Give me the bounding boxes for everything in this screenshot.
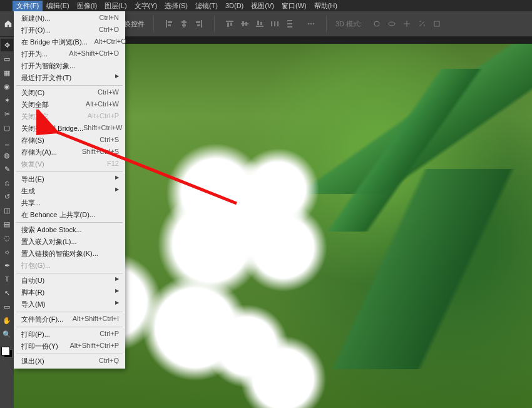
- tool-clone[interactable]: ⎌: [1, 176, 13, 189]
- distribute-v-icon[interactable]: [284, 18, 296, 30]
- tool-lasso[interactable]: ◉: [1, 80, 13, 93]
- file-menu-item-27[interactable]: 导入(M): [14, 298, 125, 310]
- file-menu-item-29[interactable]: 文件简介(F)...Alt+Shift+Ctrl+I: [14, 314, 125, 325]
- file-menu-item-21[interactable]: 置入嵌入对象(L)...: [14, 236, 125, 248]
- tool-artboard[interactable]: ▭: [1, 53, 13, 65]
- tool-history-brush[interactable]: ↺: [1, 190, 13, 203]
- tool-rectangle[interactable]: ▭: [1, 300, 13, 313]
- file-menu-item-11[interactable]: 存储(S)Ctrl+S: [14, 135, 125, 146]
- svg-rect-11: [230, 23, 232, 26]
- svg-rect-15: [256, 26, 263, 27]
- file-menu-item-22[interactable]: 置入链接的智能对象(K)...: [14, 248, 125, 260]
- menu-item-label: 最近打开文件(T): [21, 73, 71, 83]
- file-menu-item-15[interactable]: 导出(E): [14, 173, 125, 185]
- tool-hand[interactable]: ✋: [1, 314, 13, 327]
- menu-10[interactable]: 帮助(H): [310, 1, 341, 11]
- tool-frame[interactable]: ▢: [1, 121, 13, 134]
- tool-brush[interactable]: ✎: [1, 163, 13, 175]
- slide-icon[interactable]: [416, 18, 428, 30]
- file-menu-item-25[interactable]: 自动(U): [14, 275, 125, 287]
- menu-2[interactable]: 图像(I): [73, 1, 101, 11]
- menu-9[interactable]: 窗口(W): [278, 1, 310, 11]
- file-menu-item-32[interactable]: 打印一份(Y)Alt+Shift+Ctrl+P: [14, 340, 125, 352]
- file-menu-item-3[interactable]: 打开为...Alt+Shift+Ctrl+O: [14, 48, 125, 60]
- file-menu-item-0[interactable]: 新建(N)...Ctrl+N: [14, 13, 125, 24]
- file-menu-item-8[interactable]: 关闭全部Alt+Ctrl+W: [14, 99, 125, 111]
- align-left-icon[interactable]: [163, 18, 175, 30]
- file-menu-item-18[interactable]: 在 Behance 上共享(D)...: [14, 209, 125, 221]
- menu-0[interactable]: 文件(F): [13, 1, 43, 11]
- file-menu-item-4[interactable]: 打开为智能对象...: [14, 60, 125, 72]
- tool-quick-select[interactable]: ✶: [1, 94, 13, 106]
- align-top-icon[interactable]: [223, 18, 236, 30]
- align-right-icon[interactable]: [193, 18, 205, 30]
- file-menu-item-10[interactable]: 关闭并转到 Bridge...Shift+Ctrl+W: [14, 123, 125, 135]
- color-swatches[interactable]: [1, 347, 13, 358]
- menu-item-label: 打印(P)...: [21, 330, 50, 339]
- file-menu-item-20[interactable]: 搜索 Adobe Stock...: [14, 224, 125, 236]
- file-menu-item-26[interactable]: 脚本(R): [14, 287, 125, 298]
- threeD-group: [371, 18, 443, 30]
- file-menu-item-7[interactable]: 关闭(C)Ctrl+W: [14, 87, 125, 99]
- file-menu-item-34[interactable]: 退出(X)Ctrl+Q: [14, 355, 125, 367]
- menu-1[interactable]: 编辑(E): [43, 1, 73, 11]
- file-menu-item-9: 关闭其它Alt+Ctrl+P: [14, 111, 125, 123]
- menu-8[interactable]: 视图(V): [247, 1, 278, 11]
- svg-point-28: [389, 22, 395, 26]
- tool-eyedropper[interactable]: ⎯: [1, 135, 13, 148]
- file-menu-dropdown: 新建(N)...Ctrl+N打开(O)...Ctrl+O在 Bridge 中浏览…: [14, 11, 125, 369]
- menu-item-shortcut: F12: [80, 160, 119, 169]
- orbit-icon[interactable]: [371, 18, 383, 30]
- scale-icon[interactable]: [431, 18, 443, 30]
- svg-rect-7: [196, 21, 200, 23]
- menu-divider: [16, 171, 123, 172]
- svg-rect-2: [168, 24, 171, 26]
- menu-item-shortcut: Ctrl+N: [80, 14, 119, 23]
- svg-rect-16: [257, 21, 259, 25]
- menu-item-shortcut: Alt+Ctrl+P: [80, 112, 119, 121]
- tool-crop[interactable]: ✂: [1, 108, 13, 120]
- tool-type[interactable]: T: [1, 273, 13, 285]
- tool-gradient[interactable]: ▤: [1, 218, 13, 230]
- svg-point-24: [308, 23, 310, 25]
- menu-3[interactable]: 图层(L): [101, 1, 130, 11]
- svg-rect-3: [183, 20, 185, 28]
- tool-dodge[interactable]: ☼: [1, 245, 13, 258]
- tool-pen[interactable]: ✒: [1, 259, 13, 272]
- file-menu-item-31[interactable]: 打印(P)...Ctrl+P: [14, 329, 125, 340]
- file-menu-item-2[interactable]: 在 Bridge 中浏览(B)...Alt+Ctrl+O: [14, 36, 125, 48]
- more-icon[interactable]: [305, 18, 317, 30]
- svg-rect-18: [271, 21, 272, 26]
- menu-item-shortcut: Shift+Ctrl+W: [83, 124, 122, 133]
- align-center-v-icon[interactable]: [238, 18, 251, 30]
- svg-point-27: [374, 21, 379, 26]
- distribute-h-icon[interactable]: [269, 18, 281, 30]
- tool-path-select[interactable]: ↖: [1, 287, 13, 299]
- menu-4[interactable]: 文字(Y): [131, 1, 161, 11]
- menu-5[interactable]: 选择(S): [161, 1, 192, 11]
- svg-rect-19: [274, 21, 275, 26]
- align-center-h-icon[interactable]: [178, 18, 190, 30]
- file-menu-item-5[interactable]: 最近打开文件(T): [14, 72, 125, 84]
- home-icon[interactable]: [3, 18, 14, 29]
- menu-item-label: 关闭全部: [21, 100, 49, 110]
- file-menu-item-12[interactable]: 存储为(A)...Shift+Ctrl+S: [14, 146, 125, 158]
- tool-blur[interactable]: ◌: [1, 232, 13, 244]
- file-menu-item-17[interactable]: 共享...: [14, 197, 125, 209]
- menu-item-label: 存储(S): [21, 136, 44, 145]
- tool-rect-marquee[interactable]: ▦: [1, 66, 13, 79]
- align-bottom-icon[interactable]: [253, 18, 266, 30]
- tool-spot-heal[interactable]: ◍: [1, 149, 13, 161]
- file-menu-item-13: 恢复(V)F12: [14, 158, 125, 170]
- pan-icon[interactable]: [401, 18, 413, 30]
- tool-move[interactable]: ✥: [1, 39, 13, 51]
- menu-item-shortcut: Ctrl+O: [80, 26, 119, 35]
- tool-zoom[interactable]: 🔍: [1, 328, 13, 340]
- roll-icon[interactable]: [386, 18, 398, 30]
- menu-item-label: 文件简介(F)...: [21, 315, 63, 324]
- menu-7[interactable]: 3D(D): [222, 1, 247, 10]
- file-menu-item-16[interactable]: 生成: [14, 185, 125, 197]
- menu-6[interactable]: 滤镜(T): [192, 1, 222, 11]
- tool-eraser[interactable]: ◫: [1, 204, 13, 217]
- file-menu-item-1[interactable]: 打开(O)...Ctrl+O: [14, 24, 125, 36]
